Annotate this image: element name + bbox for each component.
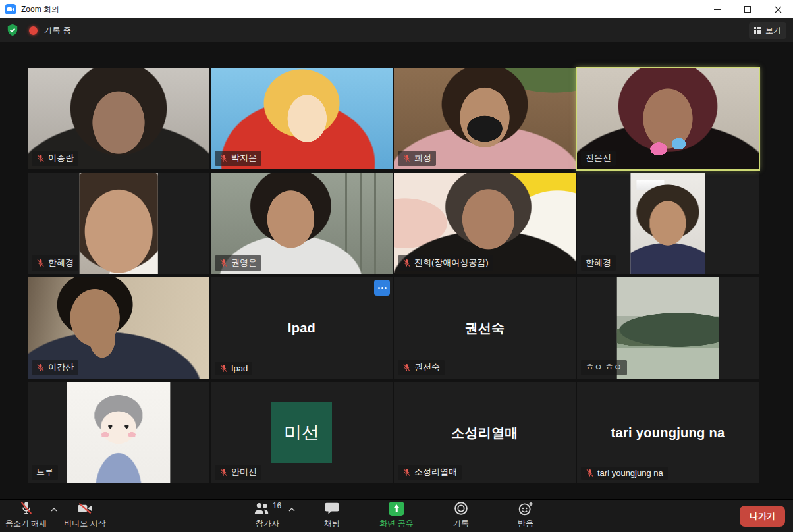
- participant-name-label: 박지은: [215, 151, 261, 166]
- participant-name-label: 권선숙: [398, 360, 445, 375]
- muted-mic-icon: [219, 468, 228, 477]
- meeting-status-bar: 기록 중 보기: [0, 18, 793, 42]
- video-off-icon: [77, 501, 93, 516]
- reactions-label: 반응: [518, 518, 533, 529]
- video-grid: 이종란박지은희정진은선한혜경권영은진희(장애여성공감)한혜경이강산IpadIpa…: [28, 68, 759, 483]
- participant-name-label: 한혜경: [32, 255, 78, 271]
- maximize-button[interactable]: [732, 0, 763, 18]
- unmute-button[interactable]: 음소거 해제: [5, 501, 47, 529]
- participant-video: [80, 173, 158, 274]
- participant-tile[interactable]: 권영은: [211, 173, 393, 274]
- participant-name: 권선숙: [414, 361, 440, 373]
- participant-name-label: tari youngjung na: [581, 467, 668, 480]
- participant-tile[interactable]: tari youngjung natari youngjung na: [577, 382, 759, 483]
- muted-mic-icon: [20, 501, 33, 516]
- muted-mic-icon: [219, 364, 228, 373]
- start-video-button[interactable]: 비디오 시작: [64, 501, 105, 529]
- participant-tile[interactable]: 이강산: [28, 277, 209, 379]
- participant-tile[interactable]: 한혜경: [28, 173, 209, 274]
- record-icon: [454, 501, 468, 516]
- participant-tile[interactable]: 진희(장애여성공감): [394, 173, 576, 274]
- muted-mic-icon: [219, 154, 228, 163]
- reactions-button[interactable]: 반응: [508, 501, 543, 529]
- participant-tile[interactable]: 한혜경: [577, 173, 759, 274]
- unmute-label: 음소거 해제: [5, 518, 47, 529]
- close-button[interactable]: [763, 0, 793, 18]
- avatar: 미선: [271, 402, 332, 463]
- participant-name-label: 안미선: [215, 465, 261, 480]
- titlebar: Zoom 회의: [0, 0, 793, 18]
- leave-button[interactable]: 나가기: [740, 506, 785, 527]
- participant-name-label: Ipad: [215, 362, 252, 375]
- participant-name: 느루: [36, 466, 53, 478]
- muted-mic-icon: [586, 469, 594, 477]
- participant-tile[interactable]: 희정: [394, 68, 576, 169]
- recording-indicator-icon: [29, 26, 38, 35]
- participant-name-label: 이종란: [32, 151, 78, 166]
- participant-name: 안미선: [231, 466, 257, 478]
- zoom-app-icon: [5, 4, 16, 14]
- participant-tile[interactable]: 이종란: [28, 68, 209, 169]
- participant-tile[interactable]: IpadIpad: [211, 277, 393, 379]
- record-label: 기록: [453, 518, 469, 529]
- participant-name: 진희(장애여성공감): [414, 257, 489, 269]
- participant-name-label: 이강산: [32, 360, 78, 375]
- recording-label: 기록 중: [44, 25, 71, 36]
- security-shield-icon[interactable]: [7, 24, 18, 37]
- participants-label: 참가자: [256, 518, 279, 529]
- participant-name: 이강산: [48, 361, 74, 373]
- participant-name: 진은선: [586, 152, 611, 164]
- participant-name-label: ㅎㅇ ㅎㅇ: [581, 360, 627, 375]
- participant-name-label: 한혜경: [581, 255, 616, 271]
- participant-name: 한혜경: [48, 257, 74, 269]
- maximize-icon: [744, 6, 751, 13]
- participant-name-label: 진은선: [581, 151, 616, 166]
- participant-tile[interactable]: 소성리열매소성리열매: [394, 382, 576, 483]
- muted-mic-icon: [36, 363, 45, 372]
- muted-mic-icon: [402, 154, 411, 163]
- more-options-badge[interactable]: [374, 280, 390, 296]
- participant-name: ㅎㅇ ㅎㅇ: [586, 361, 622, 373]
- mic-options-chevron-icon[interactable]: [51, 504, 57, 514]
- muted-mic-icon: [402, 363, 411, 372]
- participant-name: 한혜경: [586, 257, 611, 269]
- participant-tile[interactable]: 권선숙권선숙: [394, 277, 576, 379]
- participant-name: 권영은: [231, 257, 257, 269]
- muted-mic-icon: [402, 259, 411, 267]
- participant-tile[interactable]: 미선안미선: [211, 382, 393, 483]
- share-screen-button[interactable]: 화면 공유: [379, 501, 414, 529]
- view-button[interactable]: 보기: [749, 22, 786, 39]
- participant-name: 소성리열매: [414, 466, 457, 478]
- window-title: Zoom 회의: [21, 4, 59, 15]
- participant-name: 박지은: [231, 152, 257, 164]
- start-video-label: 비디오 시작: [64, 518, 105, 529]
- chat-icon: [325, 501, 339, 516]
- close-icon: [775, 6, 782, 13]
- participant-tile[interactable]: ㅎㅇ ㅎㅇ: [577, 277, 759, 379]
- minimize-button[interactable]: [702, 0, 732, 18]
- participant-video: [67, 382, 170, 483]
- chat-button[interactable]: 채팅: [315, 501, 349, 529]
- muted-mic-icon: [36, 154, 45, 163]
- participant-name-label: 권영은: [215, 255, 261, 271]
- participant-tile[interactable]: 진은선: [577, 68, 759, 169]
- share-screen-icon: [389, 502, 404, 516]
- participant-name: 이종란: [48, 152, 74, 164]
- participant-tile[interactable]: 박지은: [211, 68, 393, 169]
- participants-chevron-icon[interactable]: [288, 504, 295, 514]
- participant-tile[interactable]: 느루: [28, 382, 209, 483]
- record-button[interactable]: 기록: [444, 501, 478, 529]
- participant-name: 희정: [414, 152, 431, 164]
- meeting-toolbar: 음소거 해제 비디오 시작 16 참가자: [0, 499, 793, 532]
- participant-name-label: 느루: [32, 465, 58, 480]
- participant-name: tari youngjung na: [597, 468, 663, 478]
- grid-view-icon: [754, 27, 761, 34]
- participants-button[interactable]: 16 참가자: [250, 501, 285, 529]
- participant-name: Ipad: [231, 363, 248, 373]
- participant-name-label: 진희(장애여성공감): [398, 255, 493, 271]
- participants-count: 16: [273, 501, 281, 510]
- share-screen-label: 화면 공유: [379, 518, 413, 529]
- chat-label: 채팅: [324, 518, 340, 529]
- participants-icon: [254, 502, 269, 515]
- participant-name-label: 희정: [398, 151, 436, 166]
